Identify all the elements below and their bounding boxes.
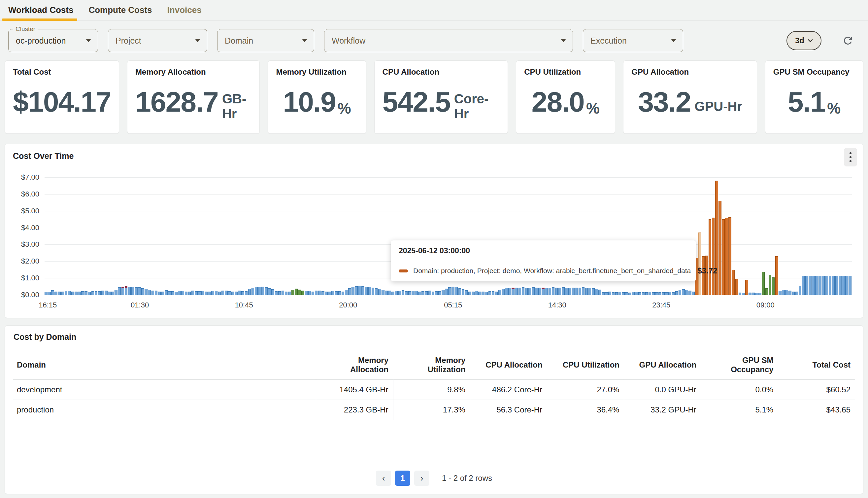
chart-bar[interactable]	[429, 291, 431, 295]
chart-bar[interactable]	[405, 291, 408, 295]
chart-bar[interactable]	[252, 288, 255, 295]
chart-bar[interactable]	[712, 218, 715, 295]
chart-bar[interactable]	[528, 288, 531, 295]
chart-bar[interactable]	[188, 292, 191, 295]
chart-bar[interactable]	[735, 279, 738, 295]
chart-bar[interactable]	[822, 276, 825, 295]
chart-bar[interactable]	[815, 276, 818, 295]
chart-bar[interactable]	[508, 288, 511, 295]
chart-bar[interactable]	[158, 292, 161, 295]
chart-bar[interactable]	[622, 292, 625, 295]
chart-bar[interactable]	[348, 288, 351, 295]
chart-bar[interactable]	[645, 292, 648, 295]
chart-bar[interactable]	[88, 292, 91, 295]
chart-bar[interactable]	[331, 291, 334, 295]
chart-bar[interactable]	[235, 292, 238, 295]
chart-bar[interactable]	[175, 292, 178, 295]
chart-bar[interactable]	[548, 288, 552, 295]
chart-bar[interactable]	[649, 292, 651, 295]
chart-bar[interactable]	[135, 287, 138, 295]
chart-bar[interactable]	[191, 291, 194, 295]
chart-bar[interactable]	[829, 276, 832, 295]
chart-bar[interactable]	[598, 290, 601, 295]
chart-bar[interactable]	[171, 291, 174, 295]
chart-bar[interactable]	[114, 290, 118, 295]
chart-bar[interactable]	[682, 289, 685, 295]
chart-bar[interactable]	[275, 291, 278, 295]
chart-bar[interactable]	[719, 201, 721, 295]
chart-bar[interactable]	[78, 292, 81, 295]
chart-bar[interactable]	[775, 256, 778, 295]
chart-bar[interactable]	[141, 288, 144, 295]
chart-menu-button[interactable]	[844, 148, 857, 167]
chart-bar[interactable]	[208, 292, 211, 295]
chart-bar[interactable]	[62, 292, 64, 295]
chart-bar[interactable]	[659, 292, 661, 295]
chart-bar[interactable]	[518, 288, 521, 295]
chart-bar[interactable]	[715, 181, 718, 295]
chart-bar[interactable]	[248, 289, 251, 295]
chart-bar[interactable]	[368, 287, 371, 295]
chart-bar[interactable]	[845, 276, 848, 295]
chart-bar[interactable]	[402, 290, 405, 295]
chart-bar[interactable]	[699, 233, 701, 295]
tab-workload-costs[interactable]: Workload Costs	[8, 0, 73, 21]
chart-bar[interactable]	[92, 291, 94, 295]
chart-bar[interactable]	[728, 217, 731, 295]
chart-bar[interactable]	[125, 286, 128, 295]
chart-bar[interactable]	[788, 291, 791, 295]
chart-bar[interactable]	[265, 287, 268, 295]
chart-bar[interactable]	[71, 292, 74, 295]
chart-bar[interactable]	[342, 292, 344, 295]
chart-bar[interactable]	[632, 292, 635, 295]
chart-bar[interactable]	[595, 289, 598, 295]
chart-bar[interactable]	[612, 292, 615, 295]
chart-bar[interactable]	[408, 291, 411, 295]
chart-bar[interactable]	[752, 292, 755, 295]
chart-bar[interactable]	[572, 288, 574, 295]
chart-bar[interactable]	[492, 291, 495, 295]
chart-bar[interactable]	[825, 276, 828, 295]
chart-bar[interactable]	[365, 287, 368, 295]
chart-bar[interactable]	[282, 291, 285, 295]
chart-bar[interactable]	[625, 292, 628, 295]
chart-bar[interactable]	[315, 291, 318, 295]
chart-bar[interactable]	[435, 291, 438, 295]
chart-bar[interactable]	[105, 291, 108, 295]
chart-bar[interactable]	[642, 292, 645, 295]
chart-bar[interactable]	[298, 290, 301, 295]
chart-bar[interactable]	[579, 288, 582, 295]
chart-bar[interactable]	[535, 288, 538, 295]
chart-bar[interactable]	[395, 291, 398, 295]
chart-bar[interactable]	[799, 286, 802, 295]
chart-bar[interactable]	[628, 292, 632, 295]
chart-bar[interactable]	[355, 286, 358, 295]
chart-bar[interactable]	[568, 288, 571, 295]
chart-bar[interactable]	[255, 287, 258, 295]
cluster-select[interactable]: Cluster oc-production	[8, 29, 98, 52]
chart-bar[interactable]	[679, 290, 681, 295]
chart-bar[interactable]	[458, 288, 461, 295]
chart-bar[interactable]	[692, 292, 695, 295]
chart-bar[interactable]	[211, 291, 214, 295]
chart-bar[interactable]	[839, 276, 842, 295]
chart-bar[interactable]	[111, 292, 114, 295]
chart-bar[interactable]	[318, 291, 321, 295]
chart-bar[interactable]	[48, 292, 51, 295]
chart-bar[interactable]	[381, 290, 384, 295]
chart-bar[interactable]	[562, 287, 565, 295]
chart-bar[interactable]	[371, 288, 375, 295]
chart-bar[interactable]	[328, 292, 331, 295]
chart-bar[interactable]	[231, 292, 234, 295]
chart-bar[interactable]	[205, 292, 207, 295]
chart-bar[interactable]	[565, 288, 568, 295]
chart-bar[interactable]	[398, 291, 401, 295]
chart-bar[interactable]	[652, 292, 655, 295]
chart-bar[interactable]	[545, 288, 548, 295]
chart-bar[interactable]	[101, 291, 104, 295]
chart-bar[interactable]	[261, 287, 265, 295]
chart-bar[interactable]	[118, 287, 121, 295]
chart-bar[interactable]	[168, 291, 171, 295]
chart-bar[interactable]	[615, 292, 618, 295]
chart-bar[interactable]	[362, 286, 364, 295]
